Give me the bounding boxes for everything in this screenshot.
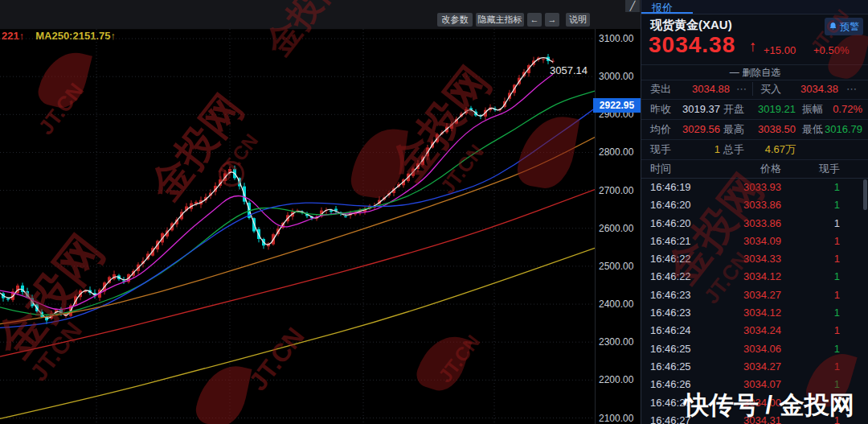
quote-value: 3016.79 (820, 119, 862, 139)
trade-price: 3034.00 (706, 394, 781, 412)
quote-value: 4.67万 (746, 139, 796, 159)
remove-favorite-button[interactable]: — 删除自选 (641, 64, 868, 80)
y-axis-tick: 2200.00 (599, 374, 633, 385)
chart-expand-button[interactable]: ╱ (625, 0, 640, 12)
timesales-list: 16:46:193033.93116:46:203033.86116:46:20… (641, 179, 868, 424)
ma-line-ma200 (0, 190, 595, 356)
alert-button[interactable]: 预警 (825, 18, 863, 35)
chart-toolbar: 改参数隐藏主指标←→说明 (0, 0, 641, 30)
timesales-row[interactable]: 16:46:253034.271 (641, 358, 868, 376)
trade-time: 16:46:24 (650, 322, 691, 340)
quote-value: 3019.21 (746, 99, 796, 119)
bell-icon (829, 22, 837, 31)
trade-price: 3034.27 (706, 358, 781, 376)
panel-tabbar: 报价 (641, 0, 868, 14)
trade-time: 16:46:25 (650, 340, 691, 358)
quote-panel: 报价 现货黄金(XAU) 预警 3034.38 ↑ +15.00 +0.50% … (641, 0, 868, 424)
trade-volume: 1 (786, 304, 840, 322)
trade-time: 16:46:23 (650, 304, 691, 322)
alert-button-label: 预警 (840, 21, 859, 32)
col-volume: 现手 (786, 159, 840, 178)
trading-app: 改参数隐藏主指标←→说明 221↑MA250:2151.75↑ ╱ 3100.0… (0, 0, 868, 424)
peak-price-label: 3057.14 (550, 64, 588, 76)
y-axis-tick: 2300.00 (599, 336, 633, 348)
trade-time: 16:46:25 (650, 358, 691, 376)
toolbar-button-change-params[interactable]: 改参数 (437, 13, 473, 27)
quote-value: 1 (674, 139, 720, 159)
toolbar-button-next-arrow[interactable]: → (545, 13, 559, 27)
trade-time: 16:46:22 (650, 250, 691, 268)
trade-volume: 1 (786, 340, 840, 358)
timesales-header: 时间 价格 现手 (641, 159, 868, 179)
quote-row: 昨收3019.37开盘3019.21振幅0.72% (641, 99, 868, 120)
sell-price: 3034.88 (674, 79, 730, 99)
trade-price: 3033.86 (706, 215, 781, 233)
trade-volume: 1 (786, 286, 840, 304)
tab-underline (641, 12, 693, 14)
symbol-title: 现货黄金(XAU) (650, 18, 732, 33)
trade-time: 16:46:26 (650, 376, 691, 393)
trade-time: 16:46:22 (650, 268, 691, 286)
col-price: 价格 (706, 159, 781, 178)
trade-volume: 1 (786, 233, 840, 250)
trade-price: 3034.27 (706, 286, 781, 304)
toolbar-button-help[interactable]: 说明 (566, 13, 590, 27)
trade-volume: 1 (786, 215, 840, 233)
chart-canvas[interactable] (0, 29, 595, 424)
quote-value: 3038.50 (746, 119, 796, 139)
timesales-row[interactable]: 16:46:213034.091 (641, 233, 868, 250)
trade-time: 16:46:19 (650, 179, 691, 196)
trade-time: 16:46:27 (650, 394, 691, 412)
crosshair-price-badge: 2922.95 (593, 98, 641, 113)
toolbar-button-hide-main-indicator[interactable]: 隐藏主指标 (476, 13, 524, 27)
y-axis-tick: 3000.00 (599, 71, 633, 82)
trade-price: 3034.09 (706, 233, 781, 250)
timesales-row[interactable]: 16:46:203033.861 (641, 215, 868, 233)
buy-more-icon[interactable]: ⋯ (846, 79, 857, 99)
trade-price: 3034.33 (706, 250, 781, 268)
y-axis-tick: 2500.00 (599, 261, 633, 272)
col-time: 时间 (650, 159, 671, 178)
trade-volume: 1 (786, 250, 840, 268)
trade-price: 3034.07 (706, 376, 781, 393)
timesales-row[interactable]: 16:46:243034.241 (641, 322, 868, 340)
y-axis-tick: 2100.00 (599, 413, 633, 424)
price-change: +15.00 (764, 44, 796, 56)
trade-price: 3034.31 (706, 412, 781, 424)
timesales-row[interactable]: 16:46:253034.061 (641, 340, 868, 358)
timesales-row[interactable]: 16:46:193033.931 (641, 179, 868, 196)
sell-buy-row: 卖出 3034.88 ⋯ 买入 3034.38 ⋯ (641, 79, 868, 100)
timesales-row[interactable]: 16:46:233034.271 (641, 286, 868, 304)
toolbar-button-prev-arrow[interactable]: ← (527, 13, 542, 27)
last-price: 3034.38 (649, 32, 735, 58)
quote-label: 昨收 (650, 99, 671, 119)
trade-volume: 1 (786, 179, 840, 196)
ma-line-ma60 (0, 109, 595, 328)
timesales-row[interactable]: 16:46:223034.331 (641, 250, 868, 268)
trade-price: 3034.06 (706, 340, 781, 358)
ma-line-ma120 (0, 138, 595, 324)
timesales-row[interactable]: 16:46:223034.121 (641, 268, 868, 286)
trade-volume: 1 (786, 196, 840, 214)
quote-label: 最高 (723, 119, 744, 139)
trade-volume: 1 (786, 322, 840, 340)
scrollbar-thumb[interactable] (863, 179, 867, 210)
trade-volume: 1 (786, 412, 840, 424)
timesales-row[interactable]: 16:46:263034.071 (641, 376, 868, 393)
timesales-row[interactable]: 16:46:233034.121 (641, 304, 868, 322)
candlestick-chart[interactable] (0, 29, 595, 424)
trade-price: 3033.86 (706, 196, 781, 214)
buy-price: 3034.38 (782, 79, 838, 99)
trade-time: 16:46:27 (650, 412, 691, 424)
trade-volume: 1 (786, 358, 840, 376)
buy-label: 买入 (760, 79, 781, 99)
timesales-row[interactable]: 16:46:273034.311 (641, 412, 868, 424)
timesales-row[interactable]: 16:46:273034.001 (641, 394, 868, 412)
trade-time: 16:46:20 (650, 196, 691, 214)
trade-price: 3034.12 (706, 304, 781, 322)
sell-more-icon[interactable]: ⋯ (736, 79, 747, 99)
trade-volume: 1 (786, 376, 840, 393)
quote-value: 3019.37 (674, 99, 720, 119)
quote-row: 现手1总手4.67万 (641, 139, 868, 160)
timesales-row[interactable]: 16:46:203033.861 (641, 196, 868, 214)
